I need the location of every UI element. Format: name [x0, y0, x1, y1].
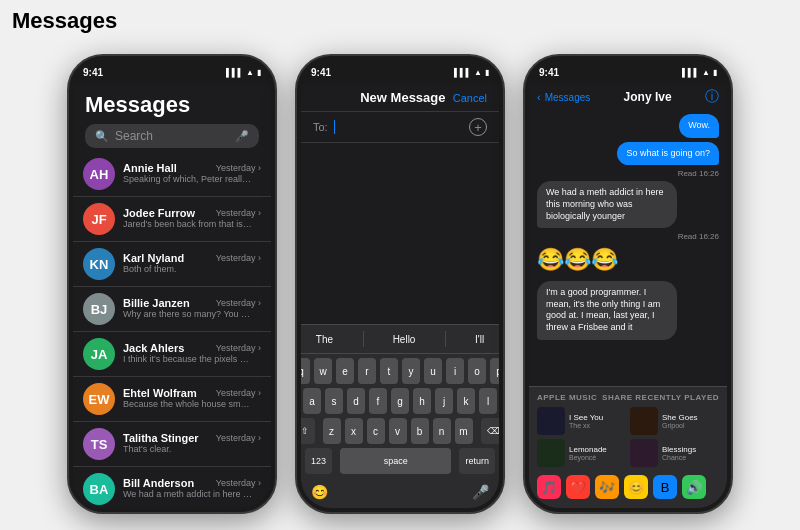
key-x[interactable]: x — [345, 418, 363, 444]
numbers-key[interactable]: 123 — [305, 448, 332, 474]
share-label: SHARE RECENTLY PLAYED — [602, 393, 719, 402]
key-c[interactable]: c — [367, 418, 385, 444]
key-g[interactable]: g — [391, 388, 409, 414]
key-e[interactable]: e — [336, 358, 354, 384]
tray-app-icon[interactable]: 😊 — [624, 475, 648, 499]
read-label: Read 16:26 — [537, 232, 719, 241]
divider — [363, 331, 364, 347]
list-item[interactable]: AH Annie Hall Yesterday › Speaking of wh… — [73, 152, 271, 197]
chat-nav: ‹ Messages Jony Ive ⓘ — [529, 84, 727, 110]
back-label[interactable]: Messages — [545, 92, 591, 103]
key-k[interactable]: k — [457, 388, 475, 414]
tray-app-icon[interactable]: 🔊 — [682, 475, 706, 499]
list-item[interactable]: BA Bill Anderson Yesterday › We had a me… — [73, 467, 271, 508]
apple-music-label: APPLE MUSIC — [537, 393, 597, 402]
list-item[interactable]: JA Jack Ahlers Yesterday › I think it's … — [73, 332, 271, 377]
key-l[interactable]: l — [479, 388, 497, 414]
avatar: AH — [83, 158, 115, 190]
new-message-title: New Message — [360, 90, 445, 105]
key-u[interactable]: u — [424, 358, 442, 384]
info-icon[interactable]: ⓘ — [705, 88, 719, 106]
msg-content: Jodee Furrow Yesterday › Jared's been ba… — [123, 207, 261, 231]
album-art — [537, 407, 565, 435]
tray-app-icon[interactable]: ❤️ — [566, 475, 590, 499]
signal-icon: ▌▌▌ — [226, 68, 243, 77]
new-message-nav: New Message Cancel — [301, 84, 499, 111]
tray-app-icon[interactable]: 🎶 — [595, 475, 619, 499]
msg-time: Yesterday › — [216, 478, 261, 488]
tray-app-icon[interactable]: B — [653, 475, 677, 499]
page-title: Messages — [12, 8, 117, 34]
msg-content: Karl Nyland Yesterday › Both of them. — [123, 252, 261, 276]
key-i[interactable]: i — [446, 358, 464, 384]
space-key[interactable]: space — [340, 448, 451, 474]
key-y[interactable]: y — [402, 358, 420, 384]
mic-keyboard-icon[interactable]: 🎤 — [468, 480, 493, 504]
back-icon[interactable]: ‹ — [537, 91, 541, 103]
key-t[interactable]: t — [380, 358, 398, 384]
msg-preview: Both of them. — [123, 264, 253, 276]
track-title: Blessings — [662, 445, 696, 455]
list-item[interactable]: BJ Billie Janzen Yesterday › Why are the… — [73, 287, 271, 332]
key-z[interactable]: z — [323, 418, 341, 444]
add-recipient-button[interactable]: + — [469, 118, 487, 136]
key-v[interactable]: v — [389, 418, 407, 444]
key-b[interactable]: b — [411, 418, 429, 444]
list-item[interactable]: KN Karl Nyland Yesterday › Both of them. — [73, 242, 271, 287]
cancel-button[interactable]: Cancel — [453, 92, 487, 104]
list-item[interactable]: JF Jodee Furrow Yesterday › Jared's been… — [73, 197, 271, 242]
music-item[interactable]: I See You The xx — [537, 407, 626, 435]
msg-top: Jodee Furrow Yesterday › — [123, 207, 261, 219]
msg-content: Talitha Stinger Yesterday › That's clear… — [123, 432, 261, 456]
key-a[interactable]: a — [303, 388, 321, 414]
list-item[interactable]: TS Talitha Stinger Yesterday › That's cl… — [73, 422, 271, 467]
sent-bubble: Wow. — [679, 114, 719, 138]
tray-app-icon[interactable]: 🎵 — [537, 475, 561, 499]
autocorrect-option[interactable]: I'll — [475, 334, 484, 345]
key-p[interactable]: p — [490, 358, 499, 384]
key-j[interactable]: j — [435, 388, 453, 414]
key-f[interactable]: f — [369, 388, 387, 414]
artist-name: Gripool — [662, 422, 698, 429]
autocorrect-option[interactable]: Hello — [393, 334, 416, 345]
notch-2 — [360, 56, 440, 78]
chat-area: Wow. So what is going on? Read 16:26 We … — [529, 110, 727, 348]
to-label: To: — [313, 121, 328, 133]
key-w[interactable]: w — [314, 358, 332, 384]
list-item[interactable]: EW Ehtel Wolfram Yesterday › Because the… — [73, 377, 271, 422]
key-d[interactable]: d — [347, 388, 365, 414]
music-item[interactable]: Blessings Chance — [630, 439, 719, 467]
autocorrect-option[interactable]: The — [316, 334, 333, 345]
key-o[interactable]: o — [468, 358, 486, 384]
key-n[interactable]: n — [433, 418, 451, 444]
music-item[interactable]: Lemonade Beyoncé — [537, 439, 626, 467]
wifi-icon: ▲ — [702, 68, 710, 77]
emoji-icon[interactable]: 😊 — [307, 480, 332, 504]
music-info: Lemonade Beyoncé — [569, 445, 607, 462]
key-s[interactable]: s — [325, 388, 343, 414]
time-2: 9:41 — [311, 67, 331, 78]
phone-chat: 9:41 ▌▌▌ ▲ ▮ ‹ Messages Jony Ive ⓘ Wow. — [523, 54, 733, 514]
keyboard: q w e r t y u i o p a s — [301, 354, 499, 508]
search-bar[interactable]: 🔍 Search 🎤 — [85, 124, 259, 148]
battery-icon: ▮ — [485, 68, 489, 77]
album-art — [630, 407, 658, 435]
key-m[interactable]: m — [455, 418, 473, 444]
music-panel: APPLE MUSIC SHARE RECENTLY PLAYED I See … — [529, 386, 727, 508]
return-key[interactable]: return — [459, 448, 495, 474]
notch-3 — [588, 56, 668, 78]
delete-key[interactable]: ⌫ — [481, 418, 500, 444]
avatar: BJ — [83, 293, 115, 325]
shift-key[interactable]: ⇧ — [301, 418, 315, 444]
avatar: BA — [83, 473, 115, 505]
msg-top: Billie Janzen Yesterday › — [123, 297, 261, 309]
key-h[interactable]: h — [413, 388, 431, 414]
msg-time: Yesterday › — [216, 253, 261, 263]
messages-title: Messages — [85, 92, 259, 118]
to-field[interactable]: To: + — [301, 111, 499, 143]
music-grid: I See You The xx She Goes Gripool — [537, 407, 719, 467]
msg-preview: Speaking of which, Peter really wants yo… — [123, 174, 253, 186]
key-q[interactable]: q — [301, 358, 310, 384]
key-r[interactable]: r — [358, 358, 376, 384]
music-item[interactable]: She Goes Gripool — [630, 407, 719, 435]
